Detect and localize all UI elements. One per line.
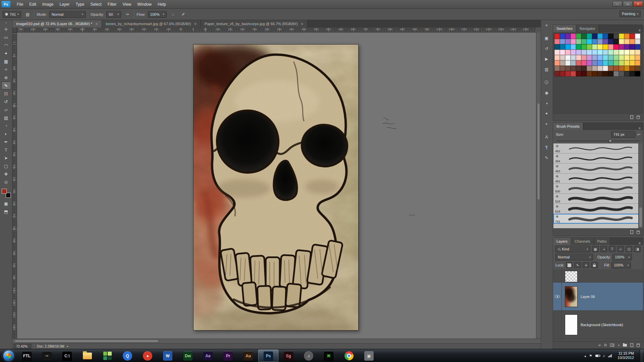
lock-pixels-icon[interactable]: ✎ [574, 262, 581, 268]
color-swatch[interactable] [603, 66, 608, 71]
music-app[interactable]: ♫ [299, 350, 319, 362]
delete-layer-icon[interactable] [637, 344, 640, 347]
color-swatch[interactable] [635, 44, 640, 50]
canvas-pasteboard[interactable] [17, 33, 536, 339]
color-swatch[interactable] [560, 71, 565, 76]
chrome[interactable] [339, 350, 359, 362]
dreamweaver[interactable]: Dw [178, 350, 198, 362]
color-swatch[interactable] [619, 60, 624, 66]
color-swatch[interactable] [603, 39, 608, 44]
color-swatch[interactable] [576, 34, 581, 39]
character-icon[interactable]: A [543, 133, 551, 141]
menu-select[interactable]: Select [87, 1, 104, 8]
pen-tool[interactable]: ✒ [1, 138, 11, 146]
color-swatch[interactable] [619, 66, 624, 71]
color-swatch[interactable] [581, 71, 587, 76]
color-swatch[interactable] [613, 66, 619, 71]
color-swatch[interactable] [592, 71, 597, 76]
pressure-size-icon[interactable]: ✐ [179, 11, 187, 18]
eraser-tool[interactable]: ▱ [1, 106, 11, 114]
mini-bridge-icon[interactable]: ▣ [543, 35, 551, 42]
color-swatch[interactable] [571, 50, 576, 55]
red-orb-app[interactable]: ● [138, 350, 158, 362]
filter-pixel-layers-icon[interactable]: ▦ [592, 246, 599, 252]
color-swatch[interactable] [571, 60, 576, 66]
battery-icon[interactable] [595, 355, 600, 357]
filter-smart-objects-icon[interactable]: ◳ [626, 246, 632, 252]
brush-tool[interactable]: ✎ [1, 81, 11, 89]
color-swatch[interactable] [608, 50, 613, 55]
color-swatch[interactable] [608, 71, 613, 76]
color-swatch[interactable] [554, 60, 560, 66]
color-swatch[interactable] [630, 71, 635, 76]
quick-mask-icon[interactable]: ▣ [1, 199, 11, 207]
color-swatch[interactable] [581, 60, 587, 66]
color-swatch[interactable] [587, 44, 592, 50]
color-swatch[interactable] [565, 50, 571, 55]
lock-all-icon[interactable] [591, 262, 598, 268]
color-swatch[interactable] [554, 55, 560, 60]
color-swatch[interactable] [565, 44, 571, 50]
brush-preset-491[interactable]: 491 [553, 174, 643, 184]
zoom-tool[interactable]: ⊙ [1, 178, 11, 186]
color-swatch[interactable] [560, 34, 565, 39]
color-swatch[interactable] [613, 34, 619, 39]
menu-file[interactable]: File [14, 1, 26, 8]
brush-preset-picker[interactable]: 741 ▾ [3, 11, 21, 18]
color-swatch[interactable] [624, 39, 630, 44]
new-swatch-icon[interactable] [630, 115, 633, 119]
scrollbar-thumb[interactable] [639, 207, 642, 227]
filter-type-layers-icon[interactable]: T [609, 246, 615, 252]
adjustments-icon[interactable]: ◑ [543, 100, 551, 107]
color-swatch[interactable] [560, 39, 565, 44]
crop-tool[interactable]: ▦ [1, 57, 11, 65]
taskbar-clock[interactable]: 11:15 PM 10/3/2012 [615, 351, 637, 360]
lasso-tool[interactable]: ◠ [1, 41, 11, 49]
path-selection-tool[interactable]: ➤ [1, 154, 11, 162]
color-swatch[interactable] [565, 55, 571, 60]
close-tab-icon[interactable]: ✕ [194, 22, 197, 26]
histogram-icon[interactable]: ▥ [543, 66, 551, 73]
color-swatch[interactable] [587, 34, 592, 39]
speedgrade-app[interactable]: Sg [278, 350, 299, 362]
after-effects[interactable]: Ae [198, 350, 218, 362]
color-swatch[interactable] [635, 34, 640, 39]
slider-thumb[interactable] [609, 139, 612, 143]
color-swatch[interactable] [581, 66, 587, 71]
color-swatch[interactable] [587, 39, 592, 44]
color-swatch[interactable] [624, 50, 630, 55]
maximize-button[interactable]: ▭ [623, 1, 633, 7]
windows-explorer[interactable] [77, 350, 97, 362]
flow-input[interactable]: 100% ▾ [148, 11, 167, 18]
new-brush-icon[interactable] [630, 230, 633, 234]
word[interactable]: W [158, 350, 178, 362]
toggle-brush-panel-icon[interactable]: ▤ [23, 11, 32, 18]
panel-menu-icon[interactable]: ≡ [639, 28, 641, 32]
pressure-opacity-icon[interactable]: ✑ [123, 11, 131, 18]
color-swatch[interactable] [603, 44, 608, 50]
color-swatch[interactable] [635, 55, 640, 60]
filter-adjustment-layers-icon[interactable]: ◑ [600, 246, 607, 252]
color-swatch[interactable] [554, 44, 560, 50]
color-swatch[interactable] [619, 50, 624, 55]
stylus-app[interactable]: ✑ [37, 350, 57, 362]
color-swatch[interactable] [597, 39, 603, 44]
color-swatch[interactable] [571, 55, 576, 60]
color-swatch[interactable] [635, 66, 640, 71]
color-swatch[interactable] [587, 71, 592, 76]
color-swatch[interactable] [560, 55, 565, 60]
mode-select[interactable]: Normal ▾ [49, 11, 86, 18]
airbrush-icon[interactable]: ∴ [169, 11, 177, 18]
brush-list-scrollbar[interactable] [638, 143, 643, 228]
color-swatch[interactable] [576, 66, 581, 71]
color-swatch[interactable] [624, 55, 630, 60]
tab-channels[interactable]: Channels [571, 238, 594, 245]
brush-preset-741[interactable]: 741 [553, 214, 643, 224]
quicktime-app[interactable]: Q [117, 350, 138, 362]
color-swatch[interactable] [597, 34, 603, 39]
color-swatch[interactable] [592, 60, 597, 66]
color-swatch[interactable] [630, 34, 635, 39]
tab-layers[interactable]: Layers [553, 238, 571, 245]
menu-layer[interactable]: Layer [56, 1, 72, 8]
action-center-icon[interactable]: ⚑ [589, 354, 592, 358]
